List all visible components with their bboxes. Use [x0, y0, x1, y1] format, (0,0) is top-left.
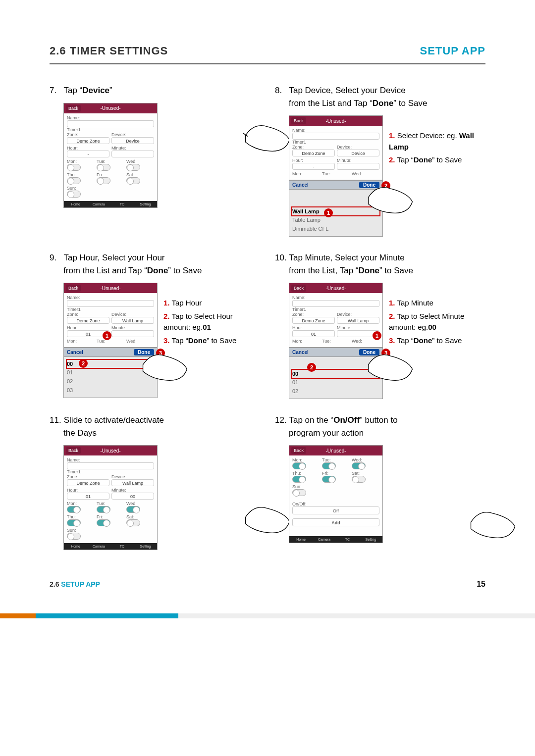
picker-done[interactable]: Done	[359, 349, 379, 355]
day-mon: Mon:	[292, 339, 320, 344]
day-sat: Sat:	[126, 172, 154, 177]
hour-field[interactable]: -	[67, 151, 109, 157]
toggle-sun[interactable]	[292, 489, 306, 496]
device-field[interactable]: Device	[337, 150, 379, 156]
section-title: 2.6 TIMER SETTINGS	[50, 45, 168, 57]
nav-camera-icon[interactable]: Camera	[87, 202, 110, 206]
picker-item-02[interactable]: 02	[67, 377, 154, 386]
nav-tc-icon[interactable]: TC	[110, 545, 134, 548]
nav-tc-icon[interactable]: TC	[110, 202, 134, 206]
nav-home-icon[interactable]: Home	[64, 545, 87, 548]
toggle-sun[interactable]	[67, 191, 81, 198]
name-field[interactable]	[67, 462, 154, 469]
toggle-tue[interactable]	[322, 462, 336, 469]
picker-done[interactable]: Done	[359, 182, 379, 188]
timer-label: Timer1	[292, 140, 379, 145]
toggle-mon[interactable]	[292, 462, 306, 469]
name-field[interactable]	[292, 300, 379, 307]
nav-camera-icon[interactable]: Camera	[313, 538, 336, 541]
picker-item-table-lamp[interactable]: Table Lamp	[292, 215, 379, 224]
zone-field[interactable]: Demo Zone	[67, 317, 109, 324]
toggle-tue[interactable]	[97, 164, 110, 171]
zone-field[interactable]: Demo Zone	[292, 150, 335, 156]
callout-badge-1: 1	[324, 208, 333, 217]
onoff-button[interactable]: Off	[292, 506, 379, 514]
toggle-wed[interactable]	[352, 462, 366, 469]
c2b: 00	[428, 323, 436, 331]
step-8-line2-bold: Done	[373, 99, 394, 108]
minute-field[interactable]	[337, 163, 379, 170]
day-mon: Mon:	[67, 501, 95, 506]
toggle-wed[interactable]	[126, 164, 140, 171]
back-button[interactable]: Back	[291, 117, 306, 124]
minute-field[interactable]	[111, 330, 154, 337]
step-11-line2: the Days	[50, 428, 97, 438]
nav-setting-icon[interactable]: Setting	[134, 202, 157, 206]
toggle-sun[interactable]	[67, 533, 81, 540]
zone-field[interactable]: Demo Zone	[292, 317, 335, 324]
toggle-sat[interactable]	[126, 177, 140, 184]
back-button[interactable]: Back	[66, 447, 81, 454]
name-label: Name:	[292, 295, 379, 300]
toggle-fri[interactable]	[322, 476, 336, 483]
device-field[interactable]: Wall Lamp	[337, 317, 379, 324]
page-footer: 2.6 SETUP APP 15	[50, 580, 485, 589]
nav-setting-icon[interactable]: Setting	[134, 545, 157, 548]
name-field[interactable]	[67, 120, 154, 127]
minute-field[interactable]	[111, 151, 154, 157]
nav-setting-icon[interactable]: Setting	[359, 538, 382, 541]
picker-item-01[interactable]: 01	[67, 368, 154, 377]
toggle-mon[interactable]	[67, 506, 81, 513]
zone-field[interactable]: Demo Zone	[67, 479, 109, 486]
nav-home-icon[interactable]: Home	[64, 202, 87, 206]
toggle-wed[interactable]	[126, 506, 140, 513]
device-field[interactable]: Wall Lamp	[111, 317, 154, 324]
back-button[interactable]: Back	[291, 285, 306, 292]
name-field[interactable]	[292, 133, 379, 140]
back-button[interactable]: Back	[291, 447, 306, 454]
toggle-fri[interactable]	[97, 519, 110, 526]
nav-camera-icon[interactable]: Camera	[87, 545, 110, 548]
screen-title: -Unused-	[100, 448, 120, 454]
picker-item-wall-lamp[interactable]: Wall Lamp	[291, 206, 380, 216]
day-tue: Tue:	[97, 159, 124, 164]
device-field[interactable]: Wall Lamp	[111, 479, 154, 486]
toggle-fri[interactable]	[97, 177, 110, 184]
name-field[interactable]	[67, 300, 154, 307]
minute-field[interactable]: 00	[111, 493, 154, 500]
day-tue: Tue:	[322, 339, 350, 344]
add-button[interactable]: Add	[292, 518, 379, 526]
hour-field[interactable]: -	[292, 163, 335, 170]
picker-item-03[interactable]: 03	[67, 386, 154, 395]
toggle-thu[interactable]	[67, 177, 81, 184]
zone-field[interactable]: Demo Zone	[67, 137, 109, 144]
back-button[interactable]: Back	[66, 285, 81, 292]
c1n: 1.	[389, 299, 395, 307]
toggle-sat[interactable]	[126, 519, 140, 526]
toggle-thu[interactable]	[292, 476, 306, 483]
toggle-mon[interactable]	[67, 164, 81, 171]
back-button[interactable]: Back	[66, 105, 81, 112]
picker-item-01[interactable]: 01	[292, 378, 379, 387]
step-9-number: 9.	[50, 252, 61, 264]
timer-label: Timer1	[67, 307, 154, 312]
setup-app-label: SETUP APP	[420, 45, 485, 57]
picker-item-dimmable-cfl[interactable]: Dimmable CFL	[292, 224, 379, 233]
step-12-number: 12.	[275, 414, 287, 427]
picker-item-00[interactable]: 00	[291, 369, 380, 379]
picker-cancel[interactable]: Cancel	[67, 350, 83, 355]
hour-field[interactable]: 01	[292, 330, 335, 337]
toggle-tue[interactable]	[97, 506, 110, 513]
picker-cancel[interactable]: Cancel	[292, 182, 309, 188]
hour-field[interactable]: 01	[67, 493, 109, 500]
picker-item-02[interactable]: 02	[292, 387, 379, 396]
picker-cancel[interactable]: Cancel	[292, 350, 309, 355]
device-field[interactable]: Device	[111, 137, 154, 144]
toggle-thu[interactable]	[67, 519, 81, 526]
c3b: Done	[188, 336, 207, 345]
nav-tc-icon[interactable]: TC	[336, 538, 359, 541]
toggle-sat[interactable]	[352, 476, 366, 483]
nav-home-icon[interactable]: Home	[289, 538, 313, 541]
picker-done[interactable]: Done	[134, 349, 154, 355]
hand-illustration-icon	[466, 504, 520, 544]
